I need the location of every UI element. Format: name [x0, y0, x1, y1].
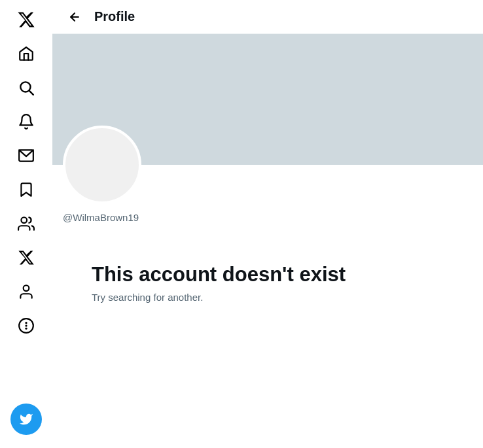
- svg-point-3: [21, 217, 27, 223]
- sidebar-item-messages[interactable]: [10, 140, 42, 171]
- avatar-container: [52, 126, 483, 204]
- profile-area: @WilmaBrown19 This account doesn't exist…: [52, 34, 483, 448]
- username: @WilmaBrown19: [52, 212, 483, 223]
- x-logo[interactable]: [13, 7, 39, 33]
- sidebar-item-profile[interactable]: [10, 276, 42, 307]
- sidebar-item-search[interactable]: [10, 72, 42, 103]
- sidebar-item-communities[interactable]: [10, 208, 42, 239]
- sidebar-item-x-brand[interactable]: [10, 242, 42, 273]
- avatar: [63, 126, 141, 204]
- main-content: Profile @WilmaBrown19 This account doesn…: [52, 0, 483, 448]
- error-section: This account doesn't exist Try searching…: [52, 249, 483, 316]
- sidebar-item-bookmarks[interactable]: [10, 174, 42, 205]
- compose-fab[interactable]: [10, 404, 42, 435]
- sidebar-item-home[interactable]: [10, 38, 42, 69]
- topbar: Profile: [52, 0, 483, 34]
- page-title: Profile: [94, 9, 135, 24]
- back-button[interactable]: [63, 5, 86, 29]
- sidebar-item-more[interactable]: [10, 310, 42, 341]
- error-subtitle: Try searching for another.: [92, 292, 203, 303]
- sidebar-item-notifications[interactable]: [10, 106, 42, 137]
- svg-line-1: [29, 91, 33, 95]
- error-title: This account doesn't exist: [92, 262, 346, 286]
- svg-point-4: [24, 285, 29, 291]
- sidebar: [0, 0, 52, 448]
